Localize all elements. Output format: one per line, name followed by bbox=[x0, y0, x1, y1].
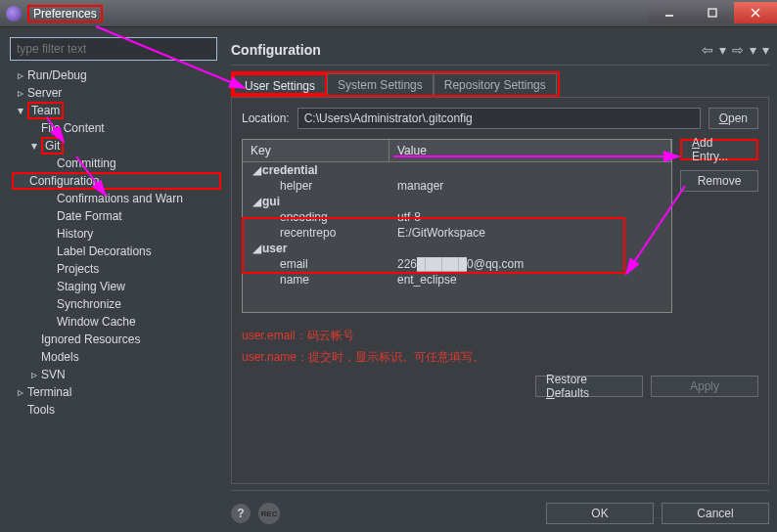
tree-label: Terminal bbox=[27, 385, 71, 399]
twisty-icon[interactable]: ▾ bbox=[14, 104, 27, 117]
tree-item[interactable]: ▾Team bbox=[12, 102, 221, 119]
tree-item[interactable]: Projects bbox=[12, 260, 221, 278]
window-title: Preferences bbox=[27, 5, 103, 22]
table-row[interactable]: ◢ credential bbox=[243, 162, 671, 178]
tree-item[interactable]: ▾Git bbox=[12, 137, 221, 155]
tree-item[interactable]: Synchronize bbox=[12, 295, 221, 313]
cell-value: 226██████0@qq.com bbox=[389, 257, 671, 271]
maximize-button[interactable] bbox=[691, 2, 734, 23]
table-row[interactable]: ◢ user bbox=[243, 241, 671, 256]
sidebar: ▹Run/Debug▹Server▾TeamFile Content▾GitCo… bbox=[8, 35, 221, 524]
config-table[interactable]: Key Value ◢ credentialhelpermanager◢ gui… bbox=[242, 139, 672, 313]
twisty-icon[interactable]: ▹ bbox=[14, 68, 27, 82]
table-row[interactable]: email226██████0@qq.com bbox=[243, 256, 671, 272]
cell-key: recentrepo bbox=[243, 226, 389, 240]
app-icon bbox=[6, 6, 22, 22]
minimize-button[interactable] bbox=[648, 2, 691, 23]
tree-label: Date Format bbox=[57, 209, 122, 223]
cell-key: email bbox=[243, 257, 389, 271]
tree-item[interactable]: Configuration bbox=[12, 172, 221, 190]
tab-system-settings[interactable]: System Settings bbox=[327, 73, 434, 95]
tree-label: Synchronize bbox=[57, 297, 121, 311]
tree-item[interactable]: Label Decorations bbox=[12, 243, 221, 260]
tree-item[interactable]: ▹Run/Debug bbox=[12, 66, 221, 84]
twisty-icon[interactable]: ▹ bbox=[14, 86, 27, 100]
tree-label: Tools bbox=[27, 403, 55, 417]
record-icon[interactable]: REC bbox=[258, 503, 280, 524]
tree-item[interactable]: Date Format bbox=[12, 207, 221, 225]
tree-item[interactable]: ▹SVN bbox=[12, 366, 221, 383]
tree-item[interactable]: ▹Server bbox=[12, 84, 221, 102]
tabs: User Settings System Settings Repository… bbox=[231, 71, 560, 97]
table-row[interactable]: encodingutf-8 bbox=[243, 209, 671, 225]
ok-button[interactable]: OK bbox=[546, 503, 654, 524]
table-row[interactable]: nameent_eclipse bbox=[243, 272, 671, 288]
title-bar: Preferences bbox=[0, 0, 777, 27]
tree-item[interactable]: Ignored Resources bbox=[12, 331, 221, 348]
tree-item[interactable]: ▹Terminal bbox=[12, 383, 221, 401]
tree-label: Projects bbox=[57, 262, 99, 276]
tree-item[interactable]: Window Cache bbox=[12, 313, 221, 331]
tab-user-settings[interactable]: User Settings bbox=[233, 73, 327, 95]
cell-value: utf-8 bbox=[389, 210, 671, 224]
forward-icon[interactable]: ⇨ bbox=[732, 42, 744, 58]
tree-label: Staging View bbox=[57, 280, 125, 293]
twisty-icon[interactable]: ▹ bbox=[14, 385, 27, 399]
cell-value: E:/GitWorkspace bbox=[389, 226, 671, 240]
cell-value bbox=[389, 163, 671, 177]
tree-label: Git bbox=[41, 137, 64, 155]
cell-key: ◢ user bbox=[243, 242, 389, 255]
history-nav: ⇦▾ ⇨▾ ▾ bbox=[702, 42, 769, 58]
location-input[interactable] bbox=[297, 108, 701, 129]
cell-key: name bbox=[243, 273, 389, 287]
tree-label: Server bbox=[27, 86, 62, 100]
back-icon[interactable]: ⇦ bbox=[702, 42, 713, 58]
cell-key: encoding bbox=[243, 210, 389, 224]
tree-label: File Content bbox=[41, 121, 105, 135]
svg-rect-1 bbox=[708, 9, 716, 17]
table-row[interactable]: recentrepoE:/GitWorkspace bbox=[243, 225, 671, 241]
tree-label: Window Cache bbox=[57, 315, 136, 329]
tree-item[interactable]: Tools bbox=[12, 401, 221, 419]
table-row[interactable]: ◢ gui bbox=[243, 194, 671, 209]
open-button[interactable]: Open bbox=[708, 108, 758, 129]
cell-value: manager bbox=[389, 179, 671, 193]
cell-key: ◢ credential bbox=[243, 163, 389, 177]
help-icon[interactable]: ? bbox=[231, 504, 251, 523]
tree-label: Label Decorations bbox=[57, 244, 152, 258]
tree-label: SVN bbox=[41, 368, 66, 381]
tree-item[interactable]: Models bbox=[12, 348, 221, 366]
tree-item[interactable]: Committing bbox=[12, 155, 221, 172]
close-button[interactable] bbox=[734, 2, 777, 23]
tree-item[interactable]: History bbox=[12, 225, 221, 243]
cell-key: ◢ gui bbox=[243, 195, 389, 208]
location-label: Location: bbox=[242, 111, 290, 125]
tree-label: Team bbox=[27, 102, 64, 119]
add-entry-button[interactable]: Add Entry... bbox=[680, 139, 758, 160]
menu-icon[interactable]: ▾ bbox=[762, 42, 769, 58]
tab-body: Location: Open Key Value ◢ credentialhel… bbox=[231, 97, 769, 484]
preference-tree[interactable]: ▹Run/Debug▹Server▾TeamFile Content▾GitCo… bbox=[8, 66, 221, 524]
table-row[interactable]: helpermanager bbox=[243, 178, 671, 194]
apply-button[interactable]: Apply bbox=[651, 376, 758, 397]
tree-label: Run/Debug bbox=[27, 68, 87, 82]
tree-label: Models bbox=[41, 350, 79, 364]
twisty-icon[interactable]: ▹ bbox=[27, 368, 41, 381]
tree-item[interactable]: Staging View bbox=[12, 278, 221, 295]
tree-item[interactable]: File Content bbox=[12, 119, 221, 137]
cell-value bbox=[389, 195, 671, 208]
cell-value: ent_eclipse bbox=[389, 273, 671, 287]
tree-label: History bbox=[57, 227, 93, 241]
column-value: Value bbox=[389, 140, 671, 161]
tree-item[interactable]: Confirmations and Warn bbox=[12, 190, 221, 207]
twisty-icon[interactable]: ▾ bbox=[27, 139, 41, 153]
annotation-text: user.email：码云帐号 user.name：提交时，显示标识。可任意填写… bbox=[242, 325, 758, 368]
cancel-button[interactable]: Cancel bbox=[662, 503, 769, 524]
restore-defaults-button[interactable]: Restore Defaults bbox=[535, 376, 643, 397]
tree-label: Configuration bbox=[29, 174, 99, 188]
window-controls bbox=[648, 4, 777, 23]
remove-button[interactable]: Remove bbox=[680, 170, 758, 192]
tab-repository-settings[interactable]: Repository Settings bbox=[434, 73, 557, 95]
filter-input[interactable] bbox=[10, 37, 217, 61]
column-key: Key bbox=[243, 140, 389, 161]
